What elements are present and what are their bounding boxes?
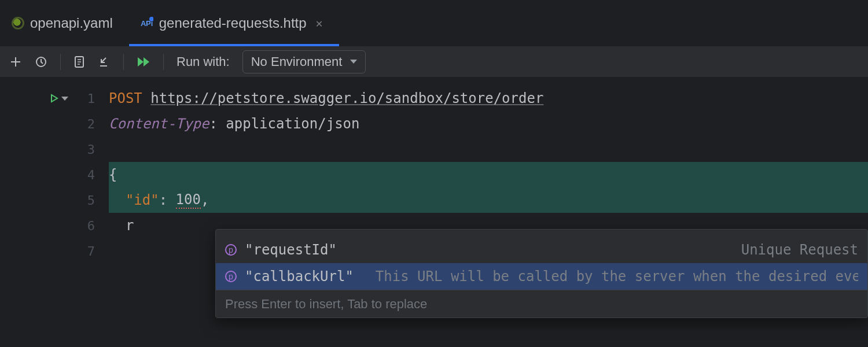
line-number: 7 [79,244,95,259]
tab-generated-requests[interactable]: A Pi generated-requests.http ✕ [129,0,339,46]
autocomplete-popup: p "requestId" Unique Request p "callback… [215,229,868,318]
run-all-icon[interactable] [137,56,150,68]
line-number: 4 [79,168,95,182]
chevron-down-icon[interactable] [61,97,68,101]
import-icon[interactable] [98,56,111,68]
tab-label: generated-requests.http [159,15,307,31]
autocomplete-label: "callbackUrl" [245,268,354,285]
code-area[interactable]: POST https://petstore.swagger.io/sandbox… [109,77,868,347]
environment-dropdown[interactable]: No Environment [242,50,366,73]
line-number: 6 [79,219,95,233]
json-value: 100 [176,191,201,209]
environment-value: No Environment [251,54,343,69]
line-number: 3 [79,142,95,157]
autocomplete-hint: Press Enter to insert, Tab to replace [216,290,867,318]
autocomplete-item[interactable]: p "callbackUrl" This URL will be called … [216,263,867,290]
json-key: "id" [126,192,159,208]
tab-label: openapi.yaml [30,15,113,31]
gutter: 1 2 3 4 5 6 7 [0,77,109,347]
close-icon[interactable]: ✕ [316,16,323,30]
autocomplete-desc: This URL will be called by the server wh… [376,268,858,285]
http-method: POST [109,90,142,106]
request-url[interactable]: https://petstore.swagger.io/sandbox/stor… [150,90,543,106]
toolbar: Run with: No Environment [0,46,868,77]
header-value: application/json [226,116,359,132]
line-number: 5 [79,193,95,208]
scratch-icon[interactable] [73,56,85,68]
line-number: 1 [79,91,95,106]
property-icon: p [225,271,237,282]
tab-bar: openapi.yaml A Pi generated-requests.htt… [0,0,868,46]
run-with-label: Run with: [176,54,230,69]
autocomplete-label: "requestId" [245,242,337,258]
editor[interactable]: 1 2 3 4 5 6 7 POST https://petstore.swag… [0,77,868,347]
separator [163,54,164,70]
separator [60,54,61,70]
gutter-run-icon[interactable] [50,94,68,103]
add-icon[interactable] [9,56,22,68]
autocomplete-desc: Unique Request [359,242,858,258]
tab-openapi[interactable]: openapi.yaml [0,0,129,46]
property-icon: p [225,244,237,256]
typing-text: r [126,217,134,234]
body-open: { [109,167,117,183]
header-name: Content-Type [109,116,209,132]
api-icon: A Pi [141,17,153,29]
line-number: 2 [79,117,95,131]
separator [123,54,124,70]
chevron-down-icon [350,60,357,64]
history-icon[interactable] [35,56,47,68]
openapi-icon [12,17,24,29]
autocomplete-item[interactable]: p "requestId" Unique Request [216,237,867,263]
